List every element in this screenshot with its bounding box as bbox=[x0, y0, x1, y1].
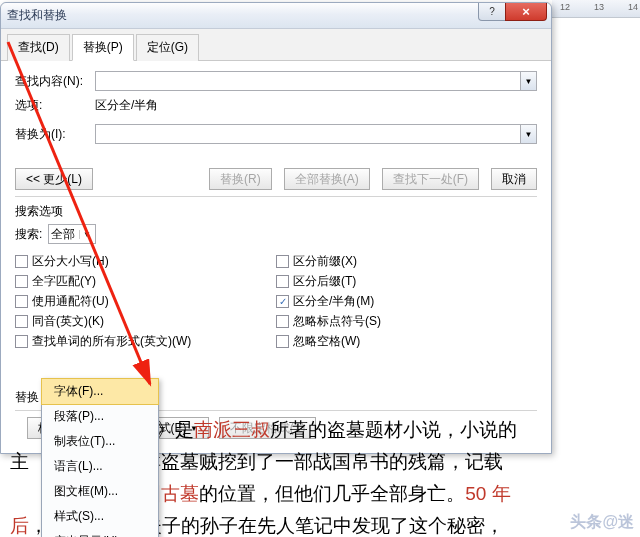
menu-font[interactable]: 字体(F)... bbox=[41, 378, 159, 405]
sounds-label: 同音(英文)(K) bbox=[32, 313, 104, 330]
width-label: 区分全/半角(M) bbox=[293, 293, 374, 310]
menu-language[interactable]: 语言(L)... bbox=[42, 454, 158, 479]
space-label: 忽略空格(W) bbox=[293, 333, 360, 350]
checkbox[interactable] bbox=[15, 315, 28, 328]
format-menu: 字体(F)... 段落(P)... 制表位(T)... 语言(L)... 图文框… bbox=[41, 378, 159, 537]
menu-paragraph[interactable]: 段落(P)... bbox=[42, 404, 158, 429]
checkbox[interactable] bbox=[15, 295, 28, 308]
search-label: 搜索: bbox=[15, 226, 42, 243]
help-button[interactable]: ? bbox=[478, 3, 506, 21]
options-value: 区分全/半角 bbox=[95, 97, 158, 114]
menu-style[interactable]: 样式(S)... bbox=[42, 504, 158, 529]
replace-button[interactable]: 替换(R) bbox=[209, 168, 272, 190]
chevron-down-icon[interactable]: ▼ bbox=[520, 125, 536, 143]
tab-replace[interactable]: 替换(P) bbox=[72, 34, 134, 61]
prefix-label: 区分前缀(X) bbox=[293, 253, 357, 270]
titlebar[interactable]: 查找和替换 ? × bbox=[1, 3, 551, 29]
checkbox[interactable] bbox=[15, 335, 28, 348]
search-direction-select[interactable]: 全部 ▼ bbox=[48, 224, 96, 244]
replacewith-input[interactable]: ▼ bbox=[95, 124, 537, 144]
checkbox[interactable] bbox=[15, 255, 28, 268]
replacewith-label: 替换为(I): bbox=[15, 126, 95, 143]
replaceall-button[interactable]: 全部替换(A) bbox=[284, 168, 370, 190]
tab-goto[interactable]: 定位(G) bbox=[136, 34, 199, 61]
findwhat-input[interactable]: ▼ bbox=[95, 71, 537, 91]
case-label: 区分大小写(H) bbox=[32, 253, 109, 270]
punct-label: 忽略标点符号(S) bbox=[293, 313, 381, 330]
forms-label: 查找单词的所有形式(英文)(W) bbox=[32, 333, 191, 350]
dialog-title: 查找和替换 bbox=[7, 7, 67, 24]
chevron-down-icon[interactable]: ▼ bbox=[520, 72, 536, 90]
checkbox[interactable] bbox=[276, 275, 289, 288]
cancel-button[interactable]: 取消 bbox=[491, 168, 537, 190]
checkbox[interactable] bbox=[276, 255, 289, 268]
tab-strip: 查找(D) 替换(P) 定位(G) bbox=[1, 29, 551, 61]
checkbox[interactable] bbox=[276, 335, 289, 348]
checkbox[interactable] bbox=[15, 275, 28, 288]
checkbox-checked[interactable]: ✓ bbox=[276, 295, 289, 308]
menu-tabs[interactable]: 制表位(T)... bbox=[42, 429, 158, 454]
findnext-button[interactable]: 查找下一处(F) bbox=[382, 168, 479, 190]
chevron-down-icon[interactable]: ▼ bbox=[79, 230, 93, 239]
options-label: 选项: bbox=[15, 97, 95, 114]
menu-highlight[interactable]: 突出显示(H) bbox=[42, 529, 158, 537]
searchopts-heading: 搜索选项 bbox=[15, 203, 537, 220]
findwhat-label: 查找内容(N): bbox=[15, 73, 95, 90]
wildcard-label: 使用通配符(U) bbox=[32, 293, 109, 310]
tab-find[interactable]: 查找(D) bbox=[7, 34, 70, 61]
watermark: 头条@迷 bbox=[570, 512, 634, 533]
menu-frame[interactable]: 图文框(M)... bbox=[42, 479, 158, 504]
close-button[interactable]: × bbox=[505, 3, 547, 21]
less-button[interactable]: << 更少(L) bbox=[15, 168, 93, 190]
suffix-label: 区分后缀(T) bbox=[293, 273, 356, 290]
whole-label: 全字匹配(Y) bbox=[32, 273, 96, 290]
checkbox[interactable] bbox=[276, 315, 289, 328]
ruler: 12 13 14 bbox=[552, 0, 640, 18]
